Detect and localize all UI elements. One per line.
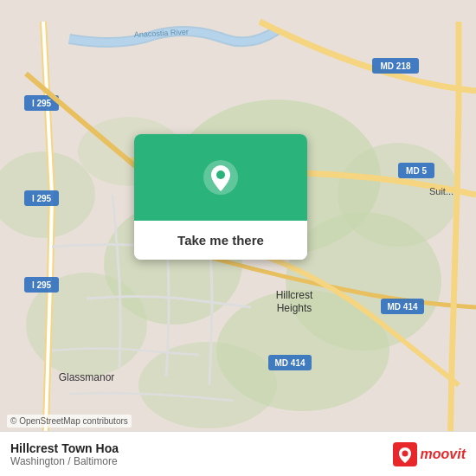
- copyright-text: © OpenStreetMap contributors: [7, 415, 132, 428]
- svg-text:Glassmanor: Glassmanor: [59, 371, 115, 383]
- location-info: Hillcrest Town Hoa Washington / Baltimor…: [10, 441, 119, 467]
- svg-point-32: [402, 450, 408, 456]
- location-pin-icon: [202, 158, 240, 196]
- take-me-there-button[interactable]: Take me there: [134, 221, 307, 260]
- svg-text:I 295: I 295: [32, 99, 52, 108]
- svg-point-30: [216, 170, 225, 179]
- location-name: Hillcrest Town Hoa: [10, 441, 119, 455]
- card-top-green: [134, 134, 307, 221]
- svg-text:MD 5: MD 5: [406, 166, 427, 176]
- svg-text:I 295: I 295: [32, 280, 52, 290]
- map-container: Anacostia River I 295 I 295 I 295 MD 218…: [0, 0, 476, 476]
- svg-text:MD 218: MD 218: [380, 61, 410, 71]
- moovit-text: moovit: [421, 447, 466, 462]
- svg-text:Suit...: Suit...: [429, 186, 453, 196]
- bottom-bar: Hillcrest Town Hoa Washington / Baltimor…: [0, 431, 476, 476]
- svg-text:MD 414: MD 414: [387, 302, 417, 312]
- svg-point-8: [138, 342, 277, 428]
- svg-text:MD 414: MD 414: [274, 358, 305, 368]
- svg-text:I 295: I 295: [32, 194, 52, 203]
- moovit-icon: [393, 442, 417, 466]
- location-region: Washington / Baltimore: [10, 455, 119, 467]
- svg-text:Hillcrest: Hillcrest: [276, 289, 313, 301]
- take-me-there-card: Take me there: [134, 134, 307, 260]
- svg-text:Heights: Heights: [277, 302, 312, 314]
- moovit-logo: moovit: [393, 442, 466, 466]
